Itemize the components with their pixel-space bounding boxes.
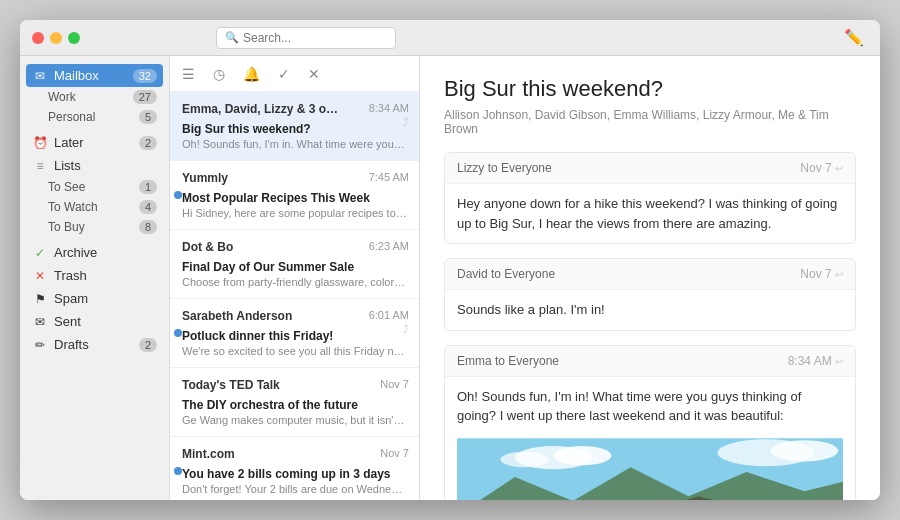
email-subject: Potluck dinner this Friday! [182,329,407,343]
email-time: Nov 7 [380,447,409,459]
sidebar-to-watch-label: To Watch [48,200,98,214]
sidebar-item-to-see[interactable]: To See 1 [20,177,169,197]
email-item[interactable]: Mint.comNov 7You have 2 bills coming up … [170,437,419,500]
email-list: ☰ ◷ 🔔 ✓ ✕ Emma, David, Lizzy & 3 others8… [170,56,420,500]
spam-icon: ⚑ [32,292,48,306]
email-sender: Mint.com [182,447,342,461]
sidebar-item-personal[interactable]: Personal 5 [20,107,169,127]
close-button[interactable] [32,32,44,44]
email-subject: Most Popular Recipes This Week [182,191,407,205]
message-body: Hey anyone down for a hike this weekend?… [445,184,855,243]
reply-icon: ⤴ [403,323,409,335]
email-item[interactable]: Sarabeth Anderson6:01 AMPotluck dinner t… [170,299,419,368]
sidebar-archive-label: Archive [54,245,97,260]
sidebar-later-label: Later [54,135,84,150]
drafts-icon: ✏ [32,338,48,352]
email-item[interactable]: Dot & Bo6:23 AMFinal Day of Our Summer S… [170,230,419,299]
search-bar[interactable]: 🔍 [216,27,396,49]
sidebar: ✉ Mailbox 32 Work 27 Personal 5 ⏰ Later … [20,56,170,500]
app-window: 🔍 ✏️ ✉ Mailbox 32 Work 27 Personal 5 [20,20,880,500]
sidebar-item-archive[interactable]: ✓ Archive [20,241,169,264]
email-items-container: Emma, David, Lizzy & 3 others8:34 AMBig … [170,92,419,500]
trash-icon: ✕ [32,269,48,283]
message-from: Lizzy to Everyone [457,161,552,175]
maximize-button[interactable] [68,32,80,44]
sidebar-mailbox-badge: 32 [133,69,157,83]
sidebar-item-later[interactable]: ⏰ Later 2 [20,131,169,154]
unread-dot [174,467,182,475]
email-subject: Big Sur this weekend? [182,122,407,136]
compose-icon[interactable]: ✏️ [844,28,864,47]
email-subject: Final Day of Our Summer Sale [182,260,407,274]
sidebar-item-drafts[interactable]: ✏ Drafts 2 [20,333,169,356]
email-sender: Today's TED Talk [182,378,342,392]
sidebar-mailbox-label: Mailbox [54,68,99,83]
sidebar-to-see-label: To See [48,180,85,194]
email-time: 6:01 AM [369,309,409,321]
check-icon[interactable]: ✓ [274,64,294,84]
search-input[interactable] [243,31,383,45]
sidebar-item-trash[interactable]: ✕ Trash [20,264,169,287]
titlebar: 🔍 ✏️ [20,20,880,56]
email-item[interactable]: Yummly7:45 AMMost Popular Recipes This W… [170,161,419,230]
message-header: David to Everyone Nov 7 ↩ [445,259,855,290]
email-item[interactable]: Emma, David, Lizzy & 3 others8:34 AMBig … [170,92,419,161]
message-body: Sounds like a plan. I'm in! [445,290,855,330]
sidebar-item-mailbox[interactable]: ✉ Mailbox 32 [26,64,163,87]
sidebar-item-spam[interactable]: ⚑ Spam [20,287,169,310]
sidebar-to-buy-label: To Buy [48,220,85,234]
sidebar-personal-label: Personal [48,110,95,124]
sidebar-drafts-label: Drafts [54,337,89,352]
messages-container: Lizzy to Everyone Nov 7 ↩ Hey anyone dow… [444,152,856,500]
email-time: 7:45 AM [369,171,409,183]
archive-icon: ✓ [32,246,48,260]
sidebar-trash-label: Trash [54,268,87,283]
message-bubble: Lizzy to Everyone Nov 7 ↩ Hey anyone dow… [444,152,856,244]
sidebar-item-work[interactable]: Work 27 [20,87,169,107]
sidebar-personal-badge: 5 [139,110,157,124]
sidebar-item-to-buy[interactable]: To Buy 8 [20,217,169,237]
message-header: Emma to Everyone 8:34 AM ↩ [445,346,855,377]
message-header: Lizzy to Everyone Nov 7 ↩ [445,153,855,184]
sidebar-sent-label: Sent [54,314,81,329]
sidebar-to-see-badge: 1 [139,180,157,194]
sent-icon: ✉ [32,315,48,329]
email-time: 6:23 AM [369,240,409,252]
sidebar-item-lists[interactable]: ≡ Lists [20,154,169,177]
sidebar-drafts-badge: 2 [139,338,157,352]
later-icon: ⏰ [32,136,48,150]
email-subject: The DIY orchestra of the future [182,398,407,412]
email-preview: Don't forget! Your 2 bills are due on We… [182,483,407,495]
big-sur-image [457,436,843,501]
sidebar-item-sent[interactable]: ✉ Sent [20,310,169,333]
email-detail-recipients: Allison Johnson, David Gibson, Emma Will… [444,108,856,136]
sidebar-spam-label: Spam [54,291,88,306]
unread-dot [174,329,182,337]
email-sender: Sarabeth Anderson [182,309,342,323]
message-from: Emma to Everyone [457,354,559,368]
sidebar-item-to-watch[interactable]: To Watch 4 [20,197,169,217]
search-icon: 🔍 [225,31,239,44]
list-view-icon[interactable]: ☰ [178,64,199,84]
email-sender: Emma, David, Lizzy & 3 others [182,102,342,116]
minimize-button[interactable] [50,32,62,44]
lists-icon: ≡ [32,159,48,173]
close-icon[interactable]: ✕ [304,64,324,84]
message-time: Nov 7 ↩ [800,267,843,281]
email-preview: Oh! Sounds fun, I'm in. What time were y… [182,138,407,150]
email-time: Nov 7 [380,378,409,390]
main-content: ✉ Mailbox 32 Work 27 Personal 5 ⏰ Later … [20,56,880,500]
clock-icon[interactable]: ◷ [209,64,229,84]
email-sender: Dot & Bo [182,240,342,254]
email-preview: We're so excited to see you all this Fri… [182,345,407,357]
bell-icon[interactable]: 🔔 [239,64,264,84]
email-preview: Ge Wang makes computer music, but it isn… [182,414,407,426]
message-from: David to Everyone [457,267,555,281]
email-item[interactable]: Today's TED TalkNov 7The DIY orchestra o… [170,368,419,437]
reply-icon: ⤴ [403,116,409,128]
email-preview: Choose from party-friendly glassware, co… [182,276,407,288]
svg-point-11 [500,451,548,466]
message-time: 8:34 AM ↩ [788,354,843,368]
sidebar-later-badge: 2 [139,136,157,150]
svg-point-10 [554,445,612,464]
